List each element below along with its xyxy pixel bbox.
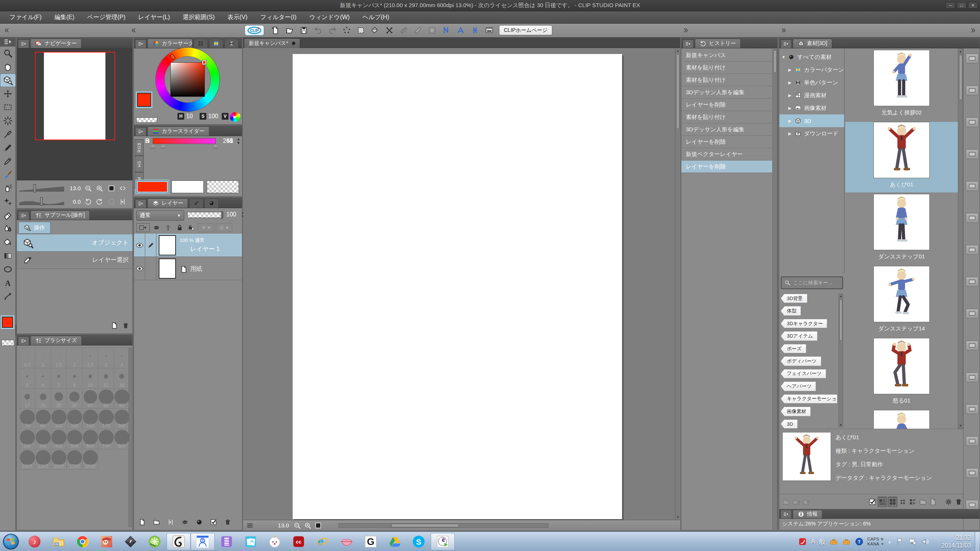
- collapse-right-icon[interactable]: [969, 26, 978, 35]
- layer-row[interactable]: 用紙: [134, 257, 242, 280]
- material-tree-item[interactable]: ▶ カラーパターン: [779, 64, 844, 76]
- lock-transparent-icon[interactable]: [186, 223, 196, 232]
- history-scrollbar[interactable]: [773, 49, 777, 529]
- toolbar-icon[interactable]: [283, 25, 296, 36]
- taskbar-app-button[interactable]: [431, 533, 455, 550]
- brush-size-cell[interactable]: 12: [98, 368, 114, 389]
- tool-item[interactable]: [0, 262, 16, 276]
- canvas-viewport[interactable]: ▲ ▼: [243, 48, 680, 520]
- zoom-slider[interactable]: [19, 186, 64, 192]
- tree-arrow-icon[interactable]: ▶: [788, 119, 792, 124]
- taskbar-app-button[interactable]: S: [407, 533, 431, 550]
- transparent-color-swatch[interactable]: [207, 180, 239, 193]
- material-folder-shortcut[interactable]: [966, 213, 978, 223]
- tool-item[interactable]: [0, 127, 16, 141]
- brush-size-cell[interactable]: 250: [19, 429, 35, 449]
- clip-to-layer-icon[interactable]: [151, 223, 161, 232]
- material-folder-shortcut[interactable]: [966, 149, 978, 159]
- material-tag-chip[interactable]: ボディパーツ: [781, 356, 821, 366]
- blend-mode-dropdown[interactable]: 通常▼: [136, 210, 184, 221]
- history-item[interactable]: レイヤーを削除: [681, 98, 772, 111]
- foreground-color-swatch[interactable]: [137, 93, 151, 107]
- flip-rotate-icon[interactable]: [118, 197, 128, 206]
- lock-layer-icon[interactable]: [175, 223, 185, 232]
- tool-item[interactable]: A: [0, 276, 16, 289]
- brush-size-cell[interactable]: 20: [35, 388, 51, 409]
- menu-item[interactable]: ウィンドウ(W): [303, 11, 356, 23]
- tab-color-set[interactable]: [194, 39, 208, 48]
- tool-item[interactable]: [0, 114, 16, 127]
- antivirus-tray-icon[interactable]: [798, 537, 807, 546]
- taskbar-app-button[interactable]: e: [311, 533, 335, 550]
- panel-menu-icon[interactable]: [0, 38, 16, 46]
- toolbar-icon[interactable]: [397, 25, 410, 36]
- material-item[interactable]: ダンスステップ01: [845, 194, 958, 264]
- history-item[interactable]: 3Dデッサン人形を編集: [681, 124, 772, 136]
- layer-mask-icon[interactable]: [194, 517, 204, 527]
- sv-marker[interactable]: [202, 60, 206, 65]
- tab-layer-search[interactable]: [204, 198, 219, 208]
- taskbar-app-button[interactable]: [46, 533, 70, 550]
- layer-visible-icon[interactable]: [134, 234, 145, 257]
- brush-size-cell[interactable]: 700: [98, 429, 114, 449]
- opacity-slider[interactable]: [187, 212, 223, 218]
- material-search-box[interactable]: ここに検索キー…: [781, 276, 843, 289]
- canvas-fit-icon[interactable]: [313, 521, 323, 530]
- brush-size-cell[interactable]: 1500: [51, 449, 67, 470]
- tool-item[interactable]: [0, 154, 16, 168]
- material-list-scrollbar[interactable]: ▲ ▼: [958, 48, 963, 429]
- new-layer-icon[interactable]: [137, 517, 148, 527]
- menu-item[interactable]: 選択範囲(S): [177, 11, 221, 23]
- background-color-swatch[interactable]: [172, 180, 204, 193]
- material-tag-chip[interactable]: ポーズ: [781, 344, 806, 353]
- rotate-slider-handle[interactable]: [40, 197, 43, 206]
- view-list-icon[interactable]: [908, 497, 918, 507]
- brush-size-cell[interactable]: 50: [98, 388, 114, 409]
- collapse-right-icon[interactable]: [682, 26, 690, 35]
- tool-item[interactable]: [0, 235, 16, 249]
- taskbar-app-button[interactable]: [215, 533, 239, 550]
- view-detail-icon[interactable]: [878, 497, 887, 507]
- toolbar-icon[interactable]: [340, 25, 353, 36]
- export-material-icon[interactable]: [928, 497, 938, 507]
- brush-size-cell[interactable]: 2: [67, 348, 83, 368]
- tool-item[interactable]: [0, 168, 16, 181]
- delete-material-icon[interactable]: [954, 497, 963, 507]
- ime-conversion-mode[interactable]: 般: [819, 537, 826, 546]
- toolbar-icon[interactable]: [312, 25, 325, 36]
- tab-color-slider[interactable]: カラースライダー: [148, 126, 209, 136]
- toolbar-icon[interactable]: [368, 25, 382, 36]
- add-subtool-icon[interactable]: [109, 321, 120, 330]
- brush-size-cell[interactable]: 25: [51, 388, 67, 409]
- flip-horizontal-icon[interactable]: [118, 183, 128, 193]
- tool-item[interactable]: [0, 60, 16, 73]
- tab-brush-size[interactable]: ブラシサイズ: [30, 336, 82, 345]
- material-folder-shortcut[interactable]: [966, 468, 978, 478]
- new-folder-icon[interactable]: [151, 517, 162, 527]
- foreground-color-swatch[interactable]: [136, 180, 169, 193]
- brush-size-cell[interactable]: 170: [98, 408, 114, 429]
- taskbar-app-button[interactable]: cc: [286, 533, 311, 550]
- saturation-value-square[interactable]: [170, 62, 205, 97]
- tab-subtool[interactable]: サブツール[操作]: [30, 210, 90, 220]
- panel-menu-icon[interactable]: [682, 40, 694, 48]
- canvas-zoom-in-icon[interactable]: [302, 521, 313, 530]
- panel-menu-icon[interactable]: [18, 40, 29, 48]
- material-item[interactable]: 怒る01: [845, 338, 958, 408]
- toolbar-icon[interactable]: [326, 25, 339, 36]
- clip-portal-button[interactable]: CLIP: [245, 25, 264, 36]
- panel-menu-icon[interactable]: [135, 199, 146, 208]
- network-icon[interactable]: [908, 537, 917, 546]
- tool-item[interactable]: [0, 87, 16, 100]
- import-material-icon[interactable]: [918, 497, 928, 507]
- material-tag-chip[interactable]: 3D背景: [781, 294, 807, 303]
- fit-screen-icon[interactable]: [106, 183, 117, 193]
- toolbar-icon[interactable]: [482, 25, 496, 36]
- brush-size-cell[interactable]: 300: [35, 429, 51, 449]
- toolbar-icon[interactable]: [425, 25, 439, 36]
- tool-item[interactable]: [0, 181, 16, 195]
- new-folder-icon[interactable]: [781, 497, 791, 507]
- tool-item[interactable]: [0, 100, 16, 114]
- brush-size-cell[interactable]: 120: [67, 408, 83, 429]
- toolbar-icon[interactable]: [269, 25, 282, 36]
